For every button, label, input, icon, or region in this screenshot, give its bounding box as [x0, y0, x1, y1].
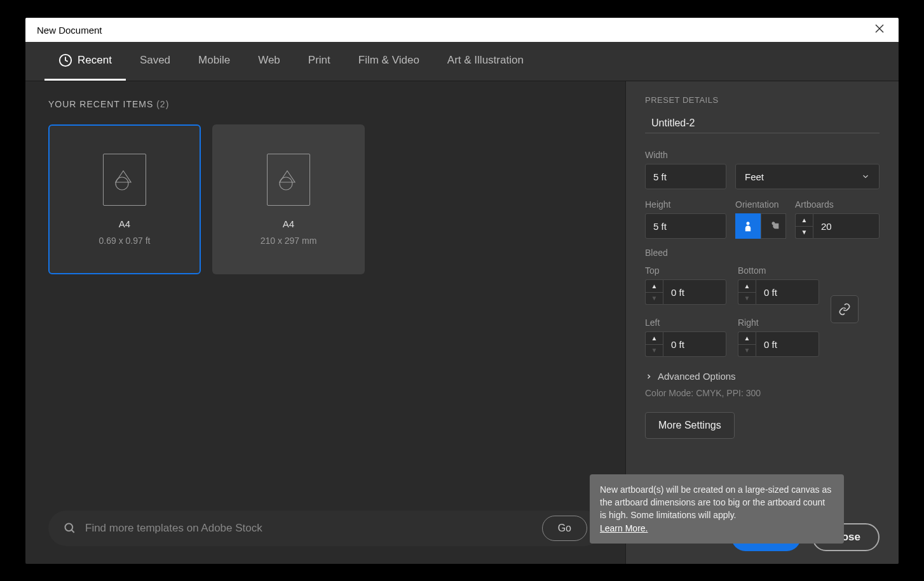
tab-label: Art & Illustration — [447, 54, 524, 67]
category-tabs: Recent Saved Mobile Web Print Film & Vid… — [25, 42, 899, 81]
tab-label: Film & Video — [358, 54, 419, 67]
preset-dimensions: 210 x 297 mm — [261, 236, 317, 246]
stepper-down-icon: ▼ — [738, 345, 756, 357]
units-value: Feet — [745, 171, 764, 182]
height-input[interactable]: 5 ft — [645, 213, 726, 239]
bleed-label: Bleed — [645, 248, 880, 258]
more-settings-button[interactable]: More Settings — [645, 412, 735, 439]
new-document-dialog: New Document Recent Saved Mobile Web Pri… — [25, 18, 899, 564]
stepper-up-icon[interactable]: ▲ — [738, 280, 756, 293]
svg-point-1 — [116, 177, 128, 190]
preset-card[interactable]: A4 0.69 x 0.97 ft — [48, 124, 201, 274]
tab-mobile[interactable]: Mobile — [184, 42, 244, 81]
close-icon[interactable] — [872, 21, 887, 39]
preset-grid: A4 0.69 x 0.97 ft A4 210 x 297 mm — [48, 124, 602, 274]
content: YOUR RECENT ITEMS (2) A4 0.69 x 0.97 ft … — [25, 81, 899, 564]
tab-film-video[interactable]: Film & Video — [344, 42, 433, 81]
link-icon — [838, 303, 851, 316]
advanced-options-toggle[interactable]: Advanced Options — [645, 371, 880, 382]
stepper-up-icon[interactable]: ▲ — [796, 214, 813, 227]
width-label: Width — [645, 150, 880, 160]
svg-point-3 — [65, 524, 73, 531]
left-pane: YOUR RECENT ITEMS (2) A4 0.69 x 0.97 ft … — [25, 81, 625, 564]
preset-card[interactable]: A4 210 x 297 mm — [212, 124, 365, 274]
go-button[interactable]: Go — [542, 516, 587, 541]
warning-tooltip: New artboard(s) will be created on a lar… — [590, 474, 844, 544]
tab-label: Web — [258, 54, 280, 67]
document-icon — [267, 154, 310, 206]
width-input[interactable]: 5 ft — [645, 164, 726, 189]
color-mode-info: Color Mode: CMYK, PPI: 300 — [645, 388, 880, 398]
stepper-down-icon: ▼ — [646, 293, 663, 305]
learn-more-link[interactable]: Learn More. — [600, 523, 648, 533]
stepper-down-icon[interactable]: ▼ — [796, 227, 813, 239]
titlebar: New Document — [25, 18, 899, 42]
chevron-right-icon — [645, 373, 653, 380]
document-icon — [103, 154, 146, 206]
bleed-bottom-label: Bottom — [738, 265, 819, 276]
height-label: Height — [645, 199, 726, 210]
recent-title-text: YOUR RECENT ITEMS — [48, 99, 153, 109]
bleed-left-input[interactable]: ▲▼0 ft — [645, 331, 726, 357]
tooltip-text: New artboard(s) will be created on a lar… — [600, 484, 831, 521]
preset-dimensions: 0.69 x 0.97 ft — [99, 236, 151, 246]
go-label: Go — [558, 523, 571, 534]
artboards-stepper[interactable]: ▲▼ 20 — [795, 213, 880, 239]
tab-print[interactable]: Print — [294, 42, 344, 81]
template-search[interactable]: Find more templates on Adobe Stock Go — [48, 511, 602, 546]
stepper-down-icon: ▼ — [646, 345, 663, 357]
stepper-up-icon[interactable]: ▲ — [738, 332, 756, 345]
bleed-right-label: Right — [738, 317, 819, 328]
search-icon — [64, 522, 76, 535]
tab-art-illustration[interactable]: Art & Illustration — [433, 42, 538, 81]
tab-label: Recent — [78, 54, 112, 67]
svg-point-2 — [280, 177, 292, 190]
recent-heading: YOUR RECENT ITEMS (2) — [48, 99, 602, 109]
units-select[interactable]: Feet — [735, 164, 880, 189]
preset-name: A4 — [283, 218, 294, 229]
tab-web[interactable]: Web — [244, 42, 294, 81]
recent-count: (2) — [156, 99, 169, 109]
artboards-label: Artboards — [795, 199, 880, 210]
bleed-bottom-input[interactable]: ▲▼0 ft — [738, 279, 819, 305]
bleed-top-input[interactable]: ▲▼0 ft — [645, 279, 726, 305]
chevron-down-icon — [861, 172, 870, 181]
tab-label: Print — [308, 54, 330, 67]
link-bleed-button[interactable] — [831, 295, 859, 323]
tab-recent[interactable]: Recent — [44, 42, 126, 81]
bleed-left-label: Left — [645, 317, 726, 328]
svg-point-4 — [747, 222, 750, 225]
window-title: New Document — [37, 25, 102, 36]
search-placeholder: Find more templates on Adobe Stock — [85, 522, 262, 535]
document-name-input[interactable] — [645, 114, 880, 133]
tab-label: Saved — [140, 54, 170, 67]
stepper-up-icon[interactable]: ▲ — [646, 332, 663, 345]
orientation-landscape-button[interactable] — [761, 213, 786, 239]
bleed-right-input[interactable]: ▲▼0 ft — [738, 331, 819, 357]
orientation-label: Orientation — [735, 199, 786, 210]
tab-saved[interactable]: Saved — [126, 42, 184, 81]
preset-name: A4 — [119, 218, 130, 229]
details-heading: PRESET DETAILS — [645, 95, 880, 105]
stepper-up-icon[interactable]: ▲ — [646, 280, 663, 293]
tab-label: Mobile — [198, 54, 230, 67]
artboards-input[interactable]: 20 — [813, 213, 880, 239]
bleed-top-label: Top — [645, 265, 726, 276]
advanced-label: Advanced Options — [658, 371, 736, 382]
stepper-down-icon: ▼ — [738, 293, 756, 305]
orientation-portrait-button[interactable] — [735, 213, 761, 239]
